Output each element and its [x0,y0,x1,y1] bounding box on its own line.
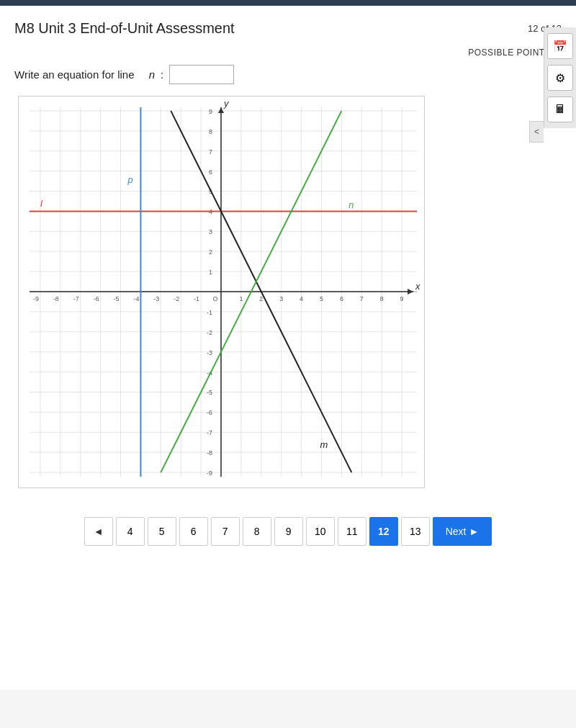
page-btn-13[interactable]: 13 [401,517,430,546]
question-row: Write an equation for line n : [14,65,562,84]
svg-text:7: 7 [360,295,364,302]
question-text-before: Write an equation for line [14,68,135,81]
svg-text:-8: -8 [207,449,212,457]
svg-text:1: 1 [209,269,212,276]
svg-text:l: l [40,198,43,209]
sidebar: 📅 ⚙ 🖩 [544,27,576,128]
main-content: M8 Unit 3 End-of-Unit Assessment 12 of 1… [0,6,576,690]
svg-text:-1: -1 [194,295,199,302]
svg-text:5: 5 [320,295,323,302]
svg-text:p: p [127,174,132,185]
svg-text:-6: -6 [94,295,99,302]
next-label: Next ► [446,526,480,537]
calendar-icon[interactable]: 📅 [547,33,573,59]
svg-text:3: 3 [279,295,283,302]
next-button[interactable]: Next ► [433,517,492,546]
svg-text:-3: -3 [153,295,159,302]
svg-text:-2: -2 [174,295,179,302]
graph-svg: x y -9 -8 -7 -6 -5 -4 -3 -2 -1 O 1 2 3 4… [19,96,424,487]
svg-text:-3: -3 [207,349,212,356]
svg-text:O: O [213,295,218,302]
svg-text:9: 9 [400,295,404,302]
graph-container: x y -9 -8 -7 -6 -5 -4 -3 -2 -1 O 1 2 3 4… [18,96,425,488]
svg-text:9: 9 [209,108,212,115]
prev-button[interactable]: ◄ [84,517,113,546]
svg-text:-9: -9 [33,295,39,302]
calculator-icon[interactable]: 🖩 [547,96,573,122]
svg-text:7: 7 [209,148,212,156]
header-row: M8 Unit 3 End-of-Unit Assessment 12 of 1… [14,20,562,37]
svg-text:y: y [223,98,230,109]
svg-text:8: 8 [380,295,384,302]
svg-text:-9: -9 [207,469,212,477]
svg-text:-4: -4 [133,295,139,302]
svg-text:-5: -5 [114,295,120,302]
svg-text:-7: -7 [73,295,79,302]
page-btn-8[interactable]: 8 [243,517,271,546]
page-btn-6[interactable]: 6 [179,517,208,546]
possible-points: POSSIBLE POINTS: 8 [14,48,562,58]
page-btn-7[interactable]: 7 [211,517,240,546]
sidebar-toggle[interactable]: < [529,121,544,143]
svg-text:6: 6 [340,295,343,302]
svg-text:n: n [348,199,354,210]
page-btn-5[interactable]: 5 [148,517,176,546]
svg-text:-2: -2 [207,329,212,336]
page-btn-10[interactable]: 10 [306,517,335,546]
svg-marker-41 [218,107,224,113]
svg-text:-1: -1 [207,309,212,316]
svg-text:2: 2 [209,248,212,256]
svg-text:6: 6 [209,168,212,176]
svg-text:8: 8 [209,128,212,135]
page-btn-9[interactable]: 9 [274,517,303,546]
question-colon: : [161,68,163,81]
page-btn-11[interactable]: 11 [338,517,366,546]
accessibility-icon[interactable]: ⚙ [547,65,573,91]
svg-text:-6: -6 [207,409,212,416]
svg-text:x: x [415,281,420,292]
svg-text:3: 3 [209,228,212,235]
equation-input[interactable] [169,65,234,84]
page-btn-12[interactable]: 12 [369,517,398,546]
svg-text:1: 1 [239,295,243,302]
page-btn-4[interactable]: 4 [116,517,145,546]
svg-text:m: m [320,439,328,450]
svg-text:2: 2 [259,295,263,302]
pagination-bar: ◄ 4 5 6 7 8 9 10 11 12 13 Next ► [14,517,562,560]
svg-marker-39 [408,289,413,295]
line-name: n [149,68,155,81]
svg-text:-5: -5 [207,389,212,396]
svg-text:-7: -7 [207,429,212,436]
top-bar [0,0,576,6]
page-title: M8 Unit 3 End-of-Unit Assessment [14,20,235,37]
svg-text:4: 4 [300,295,303,302]
svg-text:-8: -8 [53,295,59,302]
